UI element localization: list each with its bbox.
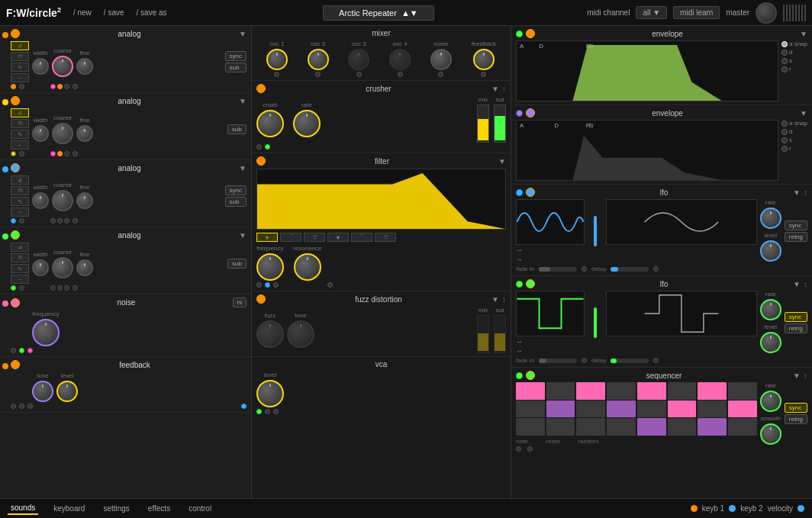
osc3-coarse-knob[interactable]	[52, 190, 73, 211]
lfo2-delay-dot[interactable]	[653, 358, 659, 363]
osc1-wave-saw[interactable]: ⊿	[11, 41, 29, 50]
osc1-dot-3[interactable]	[72, 84, 78, 89]
osc4-radio-1[interactable]	[50, 285, 56, 291]
lfo2-level-knob[interactable]	[760, 332, 781, 353]
osc2-dot-1[interactable]	[11, 151, 16, 156]
mixer-osc3-dot[interactable]	[356, 72, 362, 77]
osc3-dropdown-icon[interactable]: ▼	[239, 164, 246, 172]
seq-cell-5-3[interactable]	[637, 418, 666, 436]
filter-shape-2[interactable]: ⌒	[280, 233, 301, 242]
mixer-feedback-dot[interactable]	[481, 72, 486, 77]
osc2-wave-sq[interactable]: ⊓	[11, 119, 29, 128]
seq-cell-2-2[interactable]	[546, 401, 575, 418]
seq-dot-2[interactable]	[527, 446, 533, 452]
seq-cell-2-1[interactable]	[546, 382, 575, 400]
osc3-power-button[interactable]	[11, 163, 20, 172]
osc3-fine-knob[interactable]	[76, 192, 93, 209]
rate-knob[interactable]	[293, 110, 321, 137]
osc1-fine-knob[interactable]	[76, 58, 93, 75]
lfo1-expand-icon[interactable]: ↕	[804, 188, 807, 197]
tab-sounds[interactable]: sounds	[8, 502, 38, 515]
filter-dot-1[interactable]	[256, 282, 262, 288]
vca-dot-1[interactable]	[256, 409, 262, 414]
filter-dot-2[interactable]	[265, 282, 270, 288]
lfo2-sync-button[interactable]: sync	[785, 312, 807, 322]
seq-cell-6-3[interactable]	[668, 418, 697, 436]
osc3-wave-sin[interactable]: ~	[11, 208, 29, 217]
seq-cell-8-1[interactable]	[728, 382, 757, 400]
seq-cell-3-1[interactable]	[576, 382, 605, 400]
env2-r-btn[interactable]: r	[781, 145, 807, 152]
mixer-noise-dot[interactable]	[438, 72, 443, 77]
osc4-width-knob[interactable]	[32, 259, 49, 276]
tab-control[interactable]: control	[185, 503, 214, 514]
master-knob[interactable]	[756, 2, 777, 24]
env1-d-btn[interactable]: d	[781, 49, 807, 56]
osc2-dot-3[interactable]	[72, 151, 78, 156]
osc1-wave-sq[interactable]: ⊓	[11, 52, 29, 61]
osc3-radio-3[interactable]	[64, 218, 69, 224]
osc1-sync-button[interactable]: sync	[225, 51, 246, 61]
osc3-wave-sq[interactable]: ⊓	[11, 186, 29, 195]
lfo2-dropdown-icon[interactable]: ▼	[793, 280, 801, 288]
filter-dot-3[interactable]	[273, 282, 279, 288]
mixer-osc4-knob[interactable]	[389, 49, 411, 70]
feedback-dot-4[interactable]	[241, 404, 246, 409]
lfo2-expand-icon[interactable]: ↕	[804, 280, 807, 288]
seq-cell-4-3[interactable]	[607, 418, 636, 436]
osc3-sync-button[interactable]: sync	[225, 185, 246, 195]
env1-snap-btn[interactable]: a snap	[781, 40, 807, 47]
tab-effects[interactable]: effects	[145, 503, 173, 514]
crusher-dropdown-icon[interactable]: ▼	[491, 85, 499, 93]
lfo1-delay-slider[interactable]	[611, 267, 649, 272]
osc2-radio-2[interactable]	[57, 151, 63, 156]
osc4-dropdown-icon[interactable]: ▼	[239, 231, 246, 240]
osc3-dot-2[interactable]	[19, 218, 24, 224]
feedback-level-knob[interactable]	[56, 381, 78, 402]
fuzz-mix-fader[interactable]	[477, 315, 489, 353]
tab-keyboard[interactable]: keyboard	[50, 503, 88, 514]
lfo1-level-knob[interactable]	[760, 240, 781, 262]
osc1-radio-2[interactable]	[57, 84, 63, 89]
lfo1-power-button[interactable]	[526, 188, 535, 197]
seq-cell-3-3[interactable]	[576, 418, 605, 436]
midi-learn-button[interactable]: midi learn	[673, 6, 720, 19]
feedback-dot-3[interactable]	[27, 404, 33, 409]
env1-dropdown-icon[interactable]: ▼	[800, 30, 807, 38]
preset-box[interactable]: Arctic Repeater ▲▼	[323, 5, 434, 21]
osc1-sub-button[interactable]: sub	[225, 63, 246, 72]
osc4-wave-sq[interactable]: ⊓	[11, 253, 29, 262]
osc4-radio-3[interactable]	[64, 285, 69, 291]
filter-shape-5[interactable]: ⌒	[351, 233, 372, 242]
noise-freq-knob[interactable]	[32, 319, 60, 346]
osc1-radio-1[interactable]	[50, 84, 56, 89]
filter-shape-6[interactable]: ▽	[375, 233, 396, 242]
lfo2-delay-slider[interactable]	[611, 359, 649, 363]
env2-snap-btn[interactable]: a snap	[781, 120, 807, 127]
mixer-osc2-dot[interactable]	[315, 72, 321, 77]
save-button[interactable]: / save	[101, 7, 127, 18]
osc3-radio-1[interactable]	[50, 218, 56, 224]
filter-dropdown-icon[interactable]: ▼	[498, 157, 506, 166]
osc1-dot-2[interactable]	[19, 84, 24, 89]
noise-hi-button[interactable]: hi	[233, 298, 246, 307]
osc3-wave-saw[interactable]: ⊿	[11, 175, 29, 185]
osc2-wave-saw[interactable]: ⊿	[11, 108, 29, 117]
osc1-wave-tri[interactable]: ∿	[11, 63, 29, 72]
noise-dot-2[interactable]	[19, 348, 24, 353]
osc3-dot-1[interactable]	[11, 218, 16, 224]
osc4-wave-sin[interactable]: ~	[11, 275, 29, 284]
seq-retrig-button[interactable]: retrig	[785, 414, 807, 424]
crusher-mix-fader[interactable]	[477, 105, 489, 143]
seq-expand-icon[interactable]: ↕	[804, 372, 807, 380]
osc1-power-button[interactable]	[11, 29, 20, 38]
lfo1-fade-slider[interactable]	[539, 267, 577, 272]
seq-cell-7-1[interactable]	[698, 382, 727, 400]
osc1-coarse-knob[interactable]	[52, 56, 73, 77]
mixer-osc4-dot[interactable]	[398, 72, 403, 77]
env2-s-btn[interactable]: s	[781, 137, 807, 143]
seq-cell-1-3[interactable]	[516, 418, 545, 436]
crusher-dot-1[interactable]	[256, 144, 262, 150]
lfo1-sync-button[interactable]: sync	[785, 220, 807, 230]
fuzz-dropdown-icon[interactable]: ▼	[491, 295, 499, 304]
